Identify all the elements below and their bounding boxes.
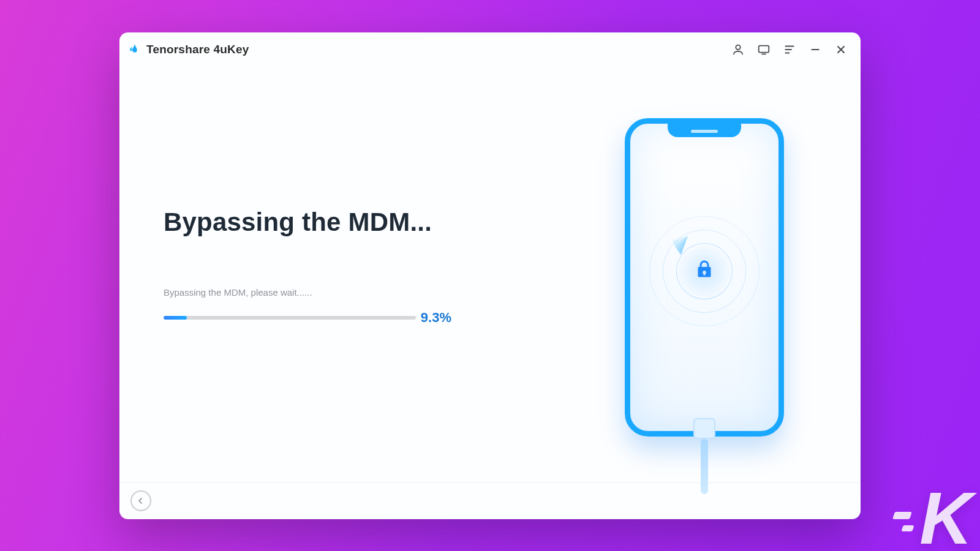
brand-logo-icon <box>128 43 141 56</box>
titlebar: Tenorshare 4uKey <box>119 32 861 67</box>
phone-body <box>625 118 784 437</box>
lock-icon <box>693 258 715 280</box>
back-button[interactable] <box>130 490 151 511</box>
left-panel: Bypassing the MDM... Bypassing the MDM, … <box>119 67 548 482</box>
phone-illustration <box>625 118 784 437</box>
progress-track <box>164 316 416 320</box>
status-text: Bypassing the MDM, please wait...... <box>164 287 523 298</box>
illustration-panel <box>548 67 861 482</box>
phone-notch <box>668 124 741 137</box>
watermark-letter: K <box>919 489 973 547</box>
progress-bar: 9.3% <box>164 310 451 326</box>
watermark: K <box>894 489 973 547</box>
progress-percent-label: 9.3% <box>421 310 451 326</box>
page-title: Bypassing the MDM... <box>164 208 523 237</box>
cable-graphic <box>693 418 715 485</box>
app-window: Tenorshare 4uKey Bypassing the MDM... By… <box>119 32 861 519</box>
feedback-icon[interactable] <box>756 42 771 57</box>
progress-fill <box>164 316 187 320</box>
menu-icon[interactable] <box>782 42 797 57</box>
content-area: Bypassing the MDM... Bypassing the MDM, … <box>119 67 861 482</box>
titlebar-actions <box>731 42 852 57</box>
radar-graphic <box>649 216 760 326</box>
close-icon[interactable] <box>834 42 848 57</box>
account-icon[interactable] <box>731 42 745 57</box>
footer-bar <box>119 482 861 519</box>
brand: Tenorshare 4uKey <box>128 43 249 56</box>
minimize-icon[interactable] <box>808 42 823 57</box>
svg-rect-1 <box>759 45 769 52</box>
svg-point-0 <box>736 45 740 49</box>
app-title: Tenorshare 4uKey <box>146 43 249 56</box>
